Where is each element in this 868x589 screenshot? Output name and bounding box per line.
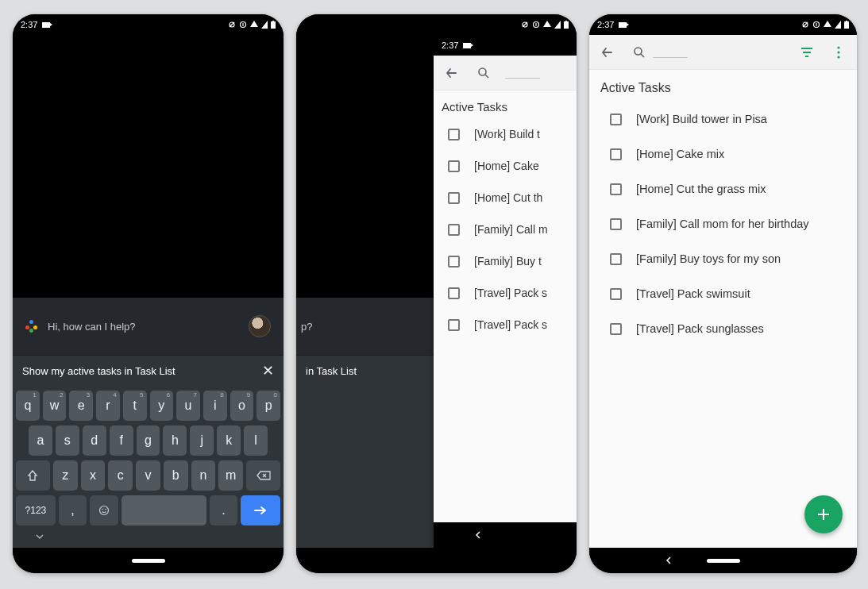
keyboard-key[interactable] (122, 495, 206, 525)
keyboard-key[interactable]: t5 (123, 391, 147, 421)
task-row[interactable]: [Travel] Pack swimsuit (589, 276, 857, 311)
svg-line-28 (641, 54, 644, 57)
task-checkbox[interactable] (610, 114, 622, 125)
keyboard-key[interactable]: n (191, 460, 216, 491)
clock-text: 2:37 (442, 40, 458, 50)
task-row[interactable]: [Family] Buy t (434, 245, 577, 277)
user-avatar[interactable] (249, 315, 271, 337)
filter-icon[interactable] (797, 42, 817, 63)
assistant-prompt-panel[interactable]: Hi, how can I help? (13, 298, 284, 355)
task-checkbox[interactable] (448, 256, 460, 268)
keyboard-key[interactable]: w2 (43, 391, 67, 421)
task-checkbox[interactable] (448, 192, 460, 204)
keyboard-key[interactable] (90, 495, 118, 525)
keyboard-collapse-icon[interactable] (35, 532, 44, 541)
keyboard-key[interactable]: b (164, 460, 188, 491)
assistant-prompt-text: Hi, how can I help? (48, 321, 136, 333)
assistant-prompt-text-partial: p? (301, 321, 312, 333)
keyboard-key[interactable]: s (56, 425, 79, 456)
task-checkbox[interactable] (448, 160, 460, 172)
task-label: [Travel] Pack sunglasses (636, 322, 764, 335)
keyboard-key[interactable] (246, 460, 280, 491)
status-icons (228, 21, 276, 29)
back-arrow-icon[interactable] (442, 63, 462, 83)
task-checkbox[interactable] (610, 288, 622, 300)
keyboard-key[interactable]: m (218, 460, 243, 491)
task-checkbox[interactable] (610, 253, 622, 265)
task-checkbox[interactable] (610, 218, 622, 230)
add-task-fab[interactable] (804, 495, 843, 533)
android-nav-bar (296, 548, 577, 573)
more-menu-icon[interactable] (828, 42, 849, 63)
keyboard-key[interactable]: j (190, 425, 214, 456)
task-checkbox[interactable] (610, 183, 622, 195)
task-checkbox[interactable] (610, 148, 622, 160)
keyboard-key[interactable]: i8 (203, 391, 227, 421)
task-row[interactable]: [Home] Cut th (434, 182, 577, 214)
keyboard-key[interactable]: c (108, 460, 133, 491)
task-row[interactable]: [Family] Call mom for her birthday (589, 206, 857, 241)
task-row[interactable]: [Home] Cake mix (589, 137, 857, 171)
back-nav-icon[interactable] (664, 556, 673, 565)
keyboard-key[interactable]: e3 (69, 391, 93, 421)
status-icons (801, 21, 849, 29)
task-row[interactable]: [Family] Buy toys for my son (589, 241, 857, 276)
task-checkbox[interactable] (448, 287, 460, 299)
status-bar: 2:37 (13, 14, 284, 35)
task-checkbox[interactable] (448, 129, 460, 141)
task-checkbox[interactable] (448, 319, 460, 331)
home-pill[interactable] (707, 559, 740, 563)
keyboard-key[interactable]: k (217, 425, 241, 456)
keyboard-key[interactable]: y6 (150, 391, 174, 421)
search-underline (505, 78, 540, 79)
keyboard-key[interactable]: q1 (16, 391, 40, 421)
home-pill[interactable] (132, 559, 165, 563)
keyboard-key[interactable]: g (137, 425, 160, 456)
task-checkbox[interactable] (448, 224, 460, 236)
task-label: [Travel] Pack swimsuit (636, 287, 750, 300)
keyboard-key[interactable]: x (81, 460, 106, 491)
task-label: [Family] Buy toys for my son (636, 252, 781, 265)
keyboard-key[interactable]: r4 (96, 391, 120, 421)
android-nav-bar (434, 522, 577, 548)
keyboard-key[interactable]: p0 (257, 391, 280, 421)
keyboard-key[interactable]: f (110, 425, 133, 456)
task-row[interactable]: [Travel] Pack s (434, 277, 577, 309)
task-label: [Work] Build t (474, 128, 540, 141)
keyboard-key[interactable]: . (210, 495, 238, 525)
keyboard-key[interactable]: , (59, 495, 87, 525)
keyboard-key[interactable]: z (53, 460, 78, 491)
task-row[interactable]: [Home] Cut the grass mix (589, 171, 857, 206)
keyboard-key[interactable]: h (163, 425, 187, 456)
task-checkbox[interactable] (610, 323, 622, 335)
keyboard-key[interactable]: v (136, 460, 160, 491)
tasks-app-overlay: 2:37 Active Tasks [Work] Build t[Home] C… (434, 35, 577, 548)
back-arrow-icon[interactable] (597, 42, 618, 63)
keyboard-key[interactable]: ?123 (16, 495, 56, 525)
task-row[interactable]: [Home] Cake (434, 150, 577, 182)
keyboard-key[interactable]: a (29, 425, 52, 456)
svg-rect-26 (846, 21, 847, 21)
task-row[interactable]: [Travel] Pack s (434, 309, 577, 341)
task-row[interactable]: [Work] Build t (434, 118, 577, 150)
search-icon[interactable] (629, 42, 650, 63)
keyboard-key[interactable]: d (83, 425, 106, 456)
svg-point-8 (100, 506, 109, 515)
task-label: [Family] Call mom for her birthday (636, 218, 809, 230)
task-row[interactable]: [Family] Call m (434, 214, 577, 245)
voice-query-strip[interactable]: Show my active tasks in Task List ✕ (13, 355, 284, 386)
keyboard-key[interactable]: o9 (230, 391, 254, 421)
assistant-logo-icon (25, 320, 38, 333)
keyboard-key[interactable] (16, 460, 50, 491)
camera-icon (619, 22, 627, 28)
keyboard-key[interactable] (241, 495, 280, 525)
close-icon[interactable]: ✕ (262, 364, 274, 378)
svg-point-32 (837, 46, 839, 48)
task-row[interactable]: [Work] Build tower in Pisa (589, 102, 857, 137)
keyboard-key[interactable]: l (244, 425, 268, 456)
keyboard-key[interactable]: u7 (176, 391, 200, 421)
search-icon[interactable] (473, 63, 494, 83)
back-nav-icon[interactable] (473, 530, 483, 540)
task-label: [Travel] Pack s (474, 318, 547, 331)
task-row[interactable]: [Travel] Pack sunglasses (589, 311, 857, 346)
